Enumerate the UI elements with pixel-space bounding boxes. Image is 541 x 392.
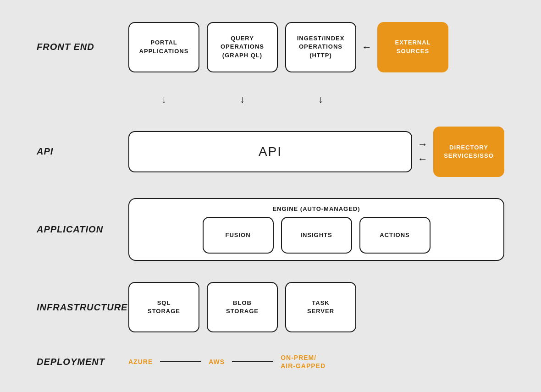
external-sources-box: EXTERNALSOURCES bbox=[377, 22, 448, 72]
api-side-arrows: → ← bbox=[418, 138, 428, 165]
portal-applications-box: PORTALAPPLICATIONS bbox=[128, 22, 199, 72]
application-outer-box: ENGINE (AUTO-MANAGED) FUSION INSIGHTS AC… bbox=[128, 198, 504, 261]
down-arrow-2: ↓ bbox=[207, 94, 278, 105]
arrow-right: → bbox=[418, 138, 428, 150]
arrow-left-2: ← bbox=[418, 153, 428, 165]
api-row: API API → ← DIRECTORYSERVICES/SSO bbox=[37, 127, 504, 177]
deploy-azure: AZURE bbox=[128, 358, 153, 365]
frontend-boxes: PORTALAPPLICATIONS QUERYOPERATIONS(GRAPH… bbox=[128, 22, 356, 72]
deploy-aws: AWS bbox=[209, 358, 225, 365]
application-label: APPLICATION bbox=[37, 224, 128, 235]
blob-storage-box: BLOBSTORAGE bbox=[207, 282, 278, 332]
deploy-onprem: ON-PREM/AIR-GAPPED bbox=[281, 353, 326, 370]
deployment-label: DEPLOYMENT bbox=[37, 357, 128, 367]
down-arrows-container: ↓ ↓ ↓ bbox=[128, 94, 356, 105]
infrastructure-content: SQLSTORAGE BLOBSTORAGE TASKSERVER bbox=[128, 282, 504, 332]
deploy-line-1 bbox=[160, 361, 201, 362]
architecture-diagram: FRONT END PORTALAPPLICATIONS QUERYOPERAT… bbox=[18, 13, 523, 380]
deployment-items: AZURE AWS ON-PREM/AIR-GAPPED bbox=[128, 353, 326, 370]
frontend-label: FRONT END bbox=[37, 42, 128, 52]
down-arrow-3: ↓ bbox=[285, 94, 356, 105]
frontend-row: FRONT END PORTALAPPLICATIONS QUERYOPERAT… bbox=[37, 22, 504, 72]
infrastructure-label: INFRASTRUCTURE bbox=[37, 302, 128, 313]
api-content: API → ← DIRECTORYSERVICES/SSO bbox=[128, 127, 504, 177]
application-content: ENGINE (AUTO-MANAGED) FUSION INSIGHTS AC… bbox=[128, 198, 504, 261]
api-box: API bbox=[128, 131, 412, 172]
actions-box: ACTIONS bbox=[359, 217, 431, 254]
directory-services-box: DIRECTORYSERVICES/SSO bbox=[433, 127, 504, 177]
deploy-line-2 bbox=[232, 361, 273, 362]
task-server-box: TASKSERVER bbox=[285, 282, 356, 332]
api-label: API bbox=[37, 146, 128, 157]
fusion-box: FUSION bbox=[203, 217, 274, 254]
insights-box: INSIGHTS bbox=[281, 217, 352, 254]
sql-storage-box: SQLSTORAGE bbox=[128, 282, 199, 332]
app-inner-boxes: FUSION INSIGHTS ACTIONS bbox=[136, 217, 497, 254]
down-arrows: ↓ ↓ ↓ bbox=[128, 94, 504, 105]
ingest-index-box: INGEST/INDEXOPERATIONS(HTTP) bbox=[285, 22, 356, 72]
external-arrow-left: ← bbox=[362, 41, 372, 53]
infra-boxes: SQLSTORAGE BLOBSTORAGE TASKSERVER bbox=[128, 282, 356, 332]
deployment-content: AZURE AWS ON-PREM/AIR-GAPPED bbox=[128, 353, 504, 370]
deployment-row: DEPLOYMENT AZURE AWS ON-PREM/AIR-GAPPED bbox=[37, 353, 504, 370]
engine-label: ENGINE (AUTO-MANAGED) bbox=[136, 205, 497, 212]
frontend-content: PORTALAPPLICATIONS QUERYOPERATIONS(GRAPH… bbox=[128, 22, 504, 72]
query-operations-box: QUERYOPERATIONS(GRAPH QL) bbox=[207, 22, 278, 72]
infrastructure-row: INFRASTRUCTURE SQLSTORAGE BLOBSTORAGE TA… bbox=[37, 282, 504, 332]
application-row: APPLICATION ENGINE (AUTO-MANAGED) FUSION… bbox=[37, 198, 504, 261]
down-arrow-1: ↓ bbox=[128, 94, 199, 105]
